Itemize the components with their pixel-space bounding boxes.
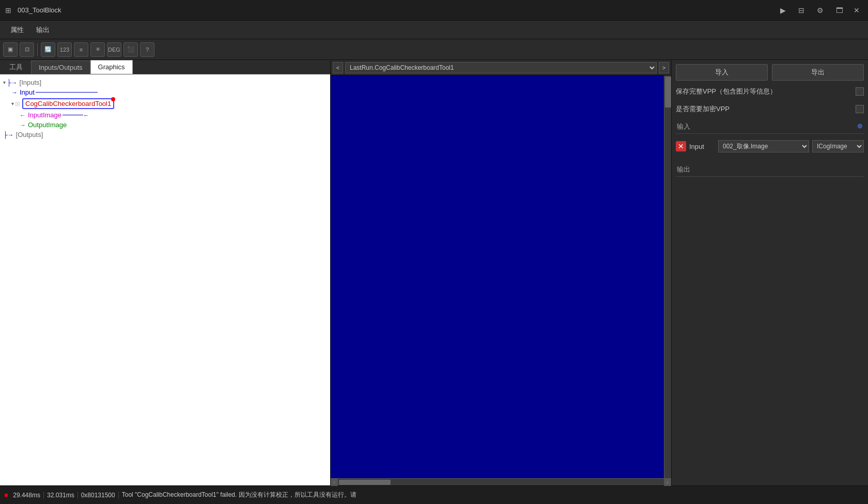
input-source-select[interactable]: 002_取像.Image: [718, 140, 809, 152]
toolbar-btn-9[interactable]: ?: [140, 42, 154, 57]
window-controls: 🗖 ✕: [833, 5, 863, 16]
arrow-input: →: [11, 89, 18, 96]
toolbar-btn-2[interactable]: ⊡: [20, 42, 34, 57]
menu-properties[interactable]: 属性: [5, 23, 29, 37]
add-input-button[interactable]: ⊕: [857, 122, 863, 130]
image-scrollbar-horizontal[interactable]: ‹ ›: [331, 478, 671, 485]
input-type-select[interactable]: ICogImage: [812, 140, 864, 152]
import-export-buttons: 导入 导出: [676, 64, 864, 81]
inputs-group-label: [Inputs]: [20, 79, 42, 86]
run-button[interactable]: ▶: [777, 5, 789, 16]
tab-inputs-outputs[interactable]: Inputs/Outputs: [31, 60, 90, 74]
save-button[interactable]: ⊟: [795, 5, 808, 16]
export-button[interactable]: 导出: [772, 64, 864, 81]
scrollbar-thumb-vertical: [665, 77, 671, 108]
scroll-left-btn[interactable]: ‹: [331, 479, 338, 486]
tree-item-input[interactable]: → Input: [3, 87, 327, 97]
inputimage-label: InputImage: [28, 111, 61, 119]
left-panel: 工具 Inputs/Outputs Graphics ▾ ├→ [Inputs]…: [0, 60, 331, 485]
toolbar-btn-8[interactable]: ⬛: [123, 42, 138, 57]
tool-label: CogCalibCheckerboardTool1: [25, 100, 111, 108]
expand-icon-tool: ▾: [11, 101, 14, 106]
toolbar-btn-3[interactable]: 🔃: [41, 42, 55, 57]
tool-selected-box: CogCalibCheckerboardTool1: [22, 98, 114, 109]
tab-bar: 工具 Inputs/Outputs Graphics: [0, 60, 330, 74]
tool-checkerboard-icon: ⊞: [15, 100, 20, 108]
image-area: [331, 75, 671, 478]
tree-item-outputimage[interactable]: → OutputImage: [3, 120, 327, 130]
app-icon: ⊞: [5, 6, 11, 14]
tool-error-indicator: [111, 97, 115, 101]
menu-output[interactable]: 输出: [31, 23, 55, 37]
input-row-0: ✕ Input 002_取像.Image ICogImage: [676, 138, 864, 155]
scroll-right-btn[interactable]: ›: [664, 479, 671, 486]
toolbar-btn-4[interactable]: 123: [57, 42, 72, 57]
image-toolbar: < LastRun.CogCalibCheckerboardTool1 >: [331, 60, 671, 75]
expand-icon-inputs: ▾: [3, 80, 6, 85]
maximize-button[interactable]: 🗖: [833, 5, 846, 16]
toolbar-btn-7[interactable]: DEG: [107, 42, 121, 57]
scrollbar-thumb-horizontal: [339, 480, 391, 485]
arrow-outputimage: →: [20, 121, 26, 129]
tree-area: ▾ ├→ [Inputs] → Input ▾ ⊞ CogCalibChecke…: [0, 74, 330, 485]
output-section-label: 输出: [677, 165, 690, 173]
inputimage-arrow2: ←: [83, 112, 89, 119]
menu-bar: 属性 输出: [0, 21, 868, 39]
center-panel: < LastRun.CogCalibCheckerboardTool1 > ‹ …: [331, 60, 672, 485]
encrypt-vpp-row: 是否需要加密VPP: [676, 102, 864, 116]
input-section-label: 输入: [677, 123, 690, 130]
toolbar-btn-6[interactable]: ✳: [90, 42, 105, 57]
toolbar-btn-5[interactable]: ≡: [74, 42, 88, 57]
output-section-header: 输出: [676, 163, 864, 177]
title-bar: ⊞ 003_ToolBlock ▶ ⊟ ⚙ 🗖 ✕: [0, 0, 868, 21]
tree-item-tool[interactable]: ▾ ⊞ CogCalibCheckerboardTool1: [3, 97, 327, 110]
image-prev-btn[interactable]: <: [333, 62, 343, 73]
status-code: 0x80131500: [78, 492, 119, 499]
arrow-inputs: ├→: [7, 79, 18, 86]
status-error-icon: ■: [4, 492, 8, 499]
scrollbar-track-h: [338, 479, 664, 485]
main-layout: 工具 Inputs/Outputs Graphics ▾ ├→ [Inputs]…: [0, 60, 868, 485]
toolbar-btn-1[interactable]: ▣: [3, 42, 18, 57]
save-vpp-checkbox[interactable]: [856, 87, 864, 96]
image-scrollbar-vertical[interactable]: [664, 75, 671, 478]
tree-item-inputs-group[interactable]: ▾ ├→ [Inputs]: [3, 78, 327, 87]
status-time2: 32.031ms: [44, 492, 78, 499]
import-button[interactable]: 导入: [676, 64, 768, 81]
status-bar: ■ 29.448ms 32.031ms 0x80131500 Tool "Cog…: [0, 485, 868, 504]
status-time1: 29.448ms: [10, 492, 44, 499]
arrow-inputimage: ←: [20, 112, 26, 119]
outputimage-label: OutputImage: [28, 121, 67, 129]
tools-label: 工具: [3, 60, 29, 74]
arrow-outputs: ├→: [3, 131, 14, 139]
encrypt-vpp-label: 是否需要加密VPP: [676, 104, 851, 114]
input-section-header: 输入 ⊕: [676, 120, 864, 134]
tree-item-inputimage[interactable]: ← InputImage ←: [3, 110, 327, 120]
close-button[interactable]: ✕: [850, 5, 863, 16]
tab-graphics[interactable]: Graphics: [90, 60, 133, 74]
input-label: Input: [20, 88, 35, 96]
settings-button[interactable]: ⚙: [814, 5, 827, 16]
image-source-select[interactable]: LastRun.CogCalibCheckerboardTool1: [345, 62, 657, 73]
status-message: Tool "CogCalibCheckerboardTool1" failed.…: [119, 491, 864, 499]
input-name-label: Input: [689, 143, 715, 150]
toolbar-divider-1: [37, 43, 38, 56]
remove-input-button[interactable]: ✕: [676, 141, 686, 151]
right-panel: 导入 导出 保存完整VPP（包含图片等信息） 是否需要加密VPP 输入 ⊕ ✕ …: [672, 60, 868, 485]
toolbar: ▣ ⊡ 🔃 123 ≡ ✳ DEG ⬛ ?: [0, 39, 868, 60]
save-vpp-row: 保存完整VPP（包含图片等信息）: [676, 85, 864, 98]
tree-item-outputs-group[interactable]: ├→ [Outputs]: [3, 130, 327, 140]
window-title: 003_ToolBlock: [18, 6, 771, 14]
outputs-group-label: [Outputs]: [16, 131, 43, 139]
save-vpp-label: 保存完整VPP（包含图片等信息）: [676, 87, 851, 96]
encrypt-vpp-checkbox[interactable]: [856, 105, 864, 113]
image-canvas[interactable]: [331, 75, 664, 478]
image-next-btn[interactable]: >: [659, 62, 669, 73]
